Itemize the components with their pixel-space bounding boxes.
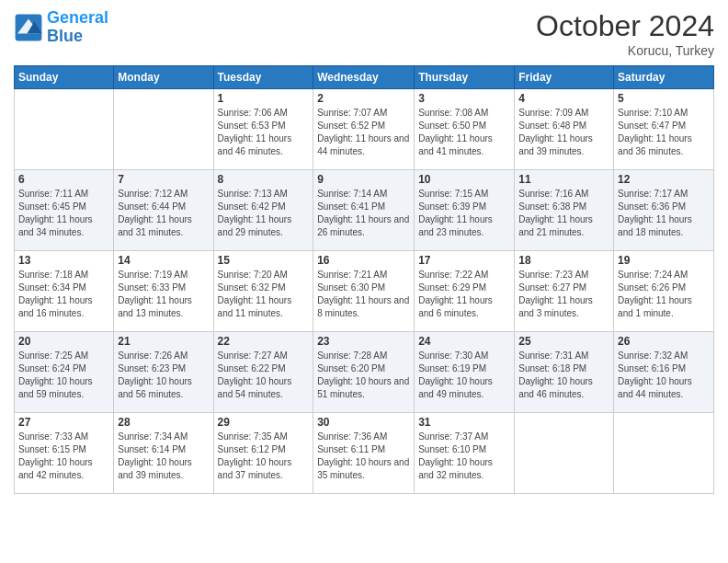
day-info: Sunrise: 7:15 AM Sunset: 6:39 PM Dayligh… [418,188,510,239]
day-info: Sunrise: 7:27 AM Sunset: 6:22 PM Dayligh… [218,350,310,401]
logo: General Blue [14,9,108,46]
calendar-cell: 2Sunrise: 7:07 AM Sunset: 6:52 PM Daylig… [313,89,415,170]
month-title: October 2024 [536,9,714,43]
week-row-1: 1Sunrise: 7:06 AM Sunset: 6:53 PM Daylig… [15,89,714,170]
calendar-cell: 1Sunrise: 7:06 AM Sunset: 6:53 PM Daylig… [213,89,313,170]
day-number: 25 [518,335,609,348]
calendar-cell [614,413,714,494]
calendar-cell: 30Sunrise: 7:36 AM Sunset: 6:11 PM Dayli… [313,413,415,494]
weekday-header-monday: Monday [114,66,213,89]
day-info: Sunrise: 7:22 AM Sunset: 6:29 PM Dayligh… [418,269,510,320]
day-number: 10 [418,173,510,186]
calendar-cell: 18Sunrise: 7:23 AM Sunset: 6:27 PM Dayli… [515,251,614,332]
calendar-cell: 26Sunrise: 7:32 AM Sunset: 6:16 PM Dayli… [614,332,714,413]
day-number: 28 [118,416,209,429]
day-info: Sunrise: 7:37 AM Sunset: 6:10 PM Dayligh… [418,431,510,482]
day-number: 14 [118,254,209,267]
title-block: October 2024 Korucu, Turkey [536,9,714,58]
calendar-cell: 19Sunrise: 7:24 AM Sunset: 6:26 PM Dayli… [614,251,714,332]
calendar-cell: 28Sunrise: 7:34 AM Sunset: 6:14 PM Dayli… [114,413,213,494]
day-number: 18 [518,254,609,267]
calendar-cell: 9Sunrise: 7:14 AM Sunset: 6:41 PM Daylig… [313,170,415,251]
day-number: 29 [218,416,310,429]
day-info: Sunrise: 7:10 AM Sunset: 6:47 PM Dayligh… [618,107,710,158]
calendar-cell [114,89,213,170]
day-info: Sunrise: 7:11 AM Sunset: 6:45 PM Dayligh… [18,188,109,239]
day-info: Sunrise: 7:23 AM Sunset: 6:27 PM Dayligh… [518,269,609,320]
day-number: 1 [218,92,310,105]
day-info: Sunrise: 7:07 AM Sunset: 6:52 PM Dayligh… [317,107,410,158]
week-row-4: 20Sunrise: 7:25 AM Sunset: 6:24 PM Dayli… [15,332,714,413]
day-info: Sunrise: 7:24 AM Sunset: 6:26 PM Dayligh… [618,269,710,320]
calendar-cell [15,89,114,170]
weekday-header-tuesday: Tuesday [213,66,313,89]
day-info: Sunrise: 7:33 AM Sunset: 6:15 PM Dayligh… [18,431,109,482]
day-number: 24 [418,335,510,348]
day-number: 9 [317,173,410,186]
calendar-cell: 7Sunrise: 7:12 AM Sunset: 6:44 PM Daylig… [114,170,213,251]
calendar-cell: 24Sunrise: 7:30 AM Sunset: 6:19 PM Dayli… [415,332,515,413]
day-number: 27 [18,416,109,429]
day-number: 17 [418,254,510,267]
calendar-cell: 17Sunrise: 7:22 AM Sunset: 6:29 PM Dayli… [415,251,515,332]
day-info: Sunrise: 7:16 AM Sunset: 6:38 PM Dayligh… [518,188,609,239]
calendar-cell: 16Sunrise: 7:21 AM Sunset: 6:30 PM Dayli… [313,251,415,332]
day-number: 30 [317,416,410,429]
day-info: Sunrise: 7:08 AM Sunset: 6:50 PM Dayligh… [418,107,510,158]
day-number: 26 [618,335,710,348]
calendar-cell: 15Sunrise: 7:20 AM Sunset: 6:32 PM Dayli… [213,251,313,332]
calendar-cell: 13Sunrise: 7:18 AM Sunset: 6:34 PM Dayli… [15,251,114,332]
calendar-cell: 8Sunrise: 7:13 AM Sunset: 6:42 PM Daylig… [213,170,313,251]
day-info: Sunrise: 7:13 AM Sunset: 6:42 PM Dayligh… [218,188,310,239]
day-info: Sunrise: 7:12 AM Sunset: 6:44 PM Dayligh… [118,188,209,239]
day-number: 19 [618,254,710,267]
day-number: 16 [317,254,410,267]
day-info: Sunrise: 7:36 AM Sunset: 6:11 PM Dayligh… [317,431,410,482]
day-number: 12 [618,173,710,186]
calendar-cell [515,413,614,494]
header: General Blue October 2024 Korucu, Turkey [14,9,714,58]
day-number: 21 [118,335,209,348]
day-info: Sunrise: 7:26 AM Sunset: 6:23 PM Dayligh… [118,350,209,401]
calendar-cell: 25Sunrise: 7:31 AM Sunset: 6:18 PM Dayli… [515,332,614,413]
day-number: 5 [618,92,710,105]
calendar-cell: 27Sunrise: 7:33 AM Sunset: 6:15 PM Dayli… [15,413,114,494]
day-number: 15 [218,254,310,267]
calendar-cell: 3Sunrise: 7:08 AM Sunset: 6:50 PM Daylig… [415,89,515,170]
calendar-cell: 10Sunrise: 7:15 AM Sunset: 6:39 PM Dayli… [415,170,515,251]
day-info: Sunrise: 7:20 AM Sunset: 6:32 PM Dayligh… [218,269,310,320]
logo-icon [14,13,43,42]
calendar-cell: 22Sunrise: 7:27 AM Sunset: 6:22 PM Dayli… [213,332,313,413]
day-info: Sunrise: 7:32 AM Sunset: 6:16 PM Dayligh… [618,350,710,401]
calendar-cell: 21Sunrise: 7:26 AM Sunset: 6:23 PM Dayli… [114,332,213,413]
day-number: 23 [317,335,410,348]
page: General Blue October 2024 Korucu, Turkey… [0,0,728,563]
day-number: 7 [118,173,209,186]
day-number: 13 [18,254,109,267]
day-info: Sunrise: 7:30 AM Sunset: 6:19 PM Dayligh… [418,350,510,401]
calendar-cell: 5Sunrise: 7:10 AM Sunset: 6:47 PM Daylig… [614,89,714,170]
weekday-header-wednesday: Wednesday [313,66,415,89]
day-info: Sunrise: 7:34 AM Sunset: 6:14 PM Dayligh… [118,431,209,482]
weekday-header-row: SundayMondayTuesdayWednesdayThursdayFrid… [15,66,714,89]
day-info: Sunrise: 7:06 AM Sunset: 6:53 PM Dayligh… [218,107,310,158]
calendar-cell: 14Sunrise: 7:19 AM Sunset: 6:33 PM Dayli… [114,251,213,332]
day-info: Sunrise: 7:35 AM Sunset: 6:12 PM Dayligh… [218,431,310,482]
day-number: 6 [18,173,109,186]
day-info: Sunrise: 7:25 AM Sunset: 6:24 PM Dayligh… [18,350,109,401]
weekday-header-friday: Friday [515,66,614,89]
day-info: Sunrise: 7:31 AM Sunset: 6:18 PM Dayligh… [518,350,609,401]
week-row-2: 6Sunrise: 7:11 AM Sunset: 6:45 PM Daylig… [15,170,714,251]
calendar-cell: 11Sunrise: 7:16 AM Sunset: 6:38 PM Dayli… [515,170,614,251]
day-number: 8 [218,173,310,186]
weekday-header-saturday: Saturday [614,66,714,89]
day-number: 3 [418,92,510,105]
day-info: Sunrise: 7:14 AM Sunset: 6:41 PM Dayligh… [317,188,410,239]
day-number: 11 [518,173,609,186]
calendar-cell: 12Sunrise: 7:17 AM Sunset: 6:36 PM Dayli… [614,170,714,251]
weekday-header-thursday: Thursday [415,66,515,89]
day-number: 2 [317,92,410,105]
week-row-5: 27Sunrise: 7:33 AM Sunset: 6:15 PM Dayli… [15,413,714,494]
calendar-cell: 23Sunrise: 7:28 AM Sunset: 6:20 PM Dayli… [313,332,415,413]
day-number: 31 [418,416,510,429]
